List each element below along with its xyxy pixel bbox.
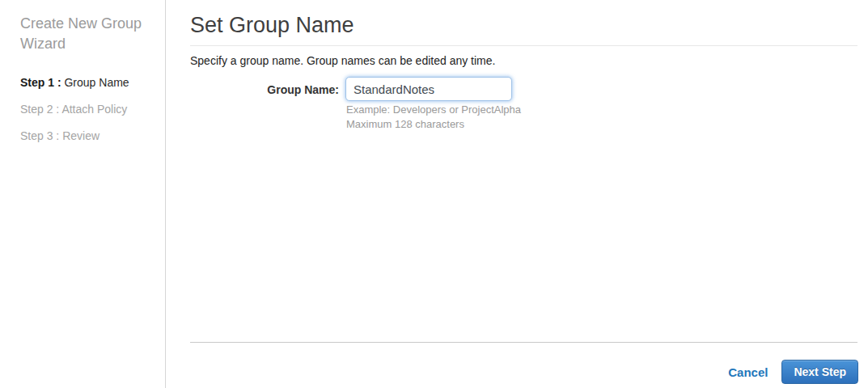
step-label: Group Name [64,76,129,89]
step-label: Review [62,129,100,142]
page-subtitle: Specify a group name. Group names can be… [190,54,495,67]
wizard-step-review: Step 3 : Review [20,130,149,141]
cancel-button[interactable]: Cancel [728,365,768,379]
group-name-input[interactable] [345,77,512,101]
step-prefix: Step 1 : [20,76,61,89]
wizard-title: Create New Group Wizard [20,14,146,54]
step-label: Attach Policy [61,103,127,116]
wizard-step-list: Step 1 : Group Name Step 2 : Attach Poli… [20,77,149,141]
group-name-max-length-hint: Maximum 128 characters [346,117,464,132]
group-name-example-hint: Example: Developers or ProjectAlpha [346,103,521,117]
create-group-wizard-page: Create New Group Wizard Step 1 : Group N… [0,0,868,388]
wizard-sidebar: Create New Group Wizard Step 1 : Group N… [0,0,166,388]
title-divider [190,45,857,46]
wizard-footer: Cancel Next Step [190,359,858,385]
step-prefix: Step 3 : [20,129,59,142]
wizard-step-attach-policy: Step 2 : Attach Policy [20,103,149,115]
group-name-label: Group Name: [190,83,339,96]
next-step-button[interactable]: Next Step [781,360,858,384]
step-prefix: Step 2 : [20,103,59,116]
footer-divider [190,342,857,343]
wizard-main-panel: Set Group Name Specify a group name. Gro… [167,0,868,388]
page-title: Set Group Name [190,13,354,38]
wizard-step-group-name: Step 1 : Group Name [20,77,149,88]
